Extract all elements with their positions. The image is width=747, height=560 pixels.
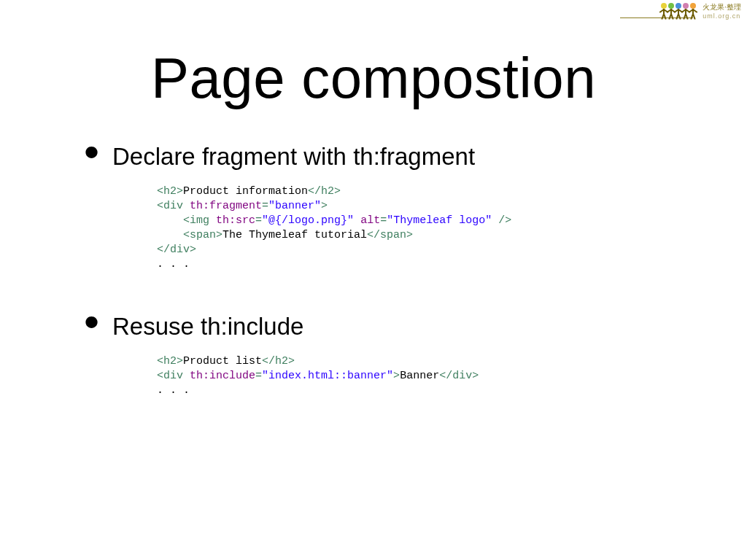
watermark-text-line2: uml.org.cn (703, 12, 741, 20)
code-block-2: <h2>Product list</h2> <div th:include="i… (157, 354, 667, 398)
bullet-list: • Declare fragment with th:fragment <h2>… (84, 142, 667, 427)
slide-title: Page compostion (0, 45, 747, 112)
bullet-item: • Declare fragment with th:fragment (84, 142, 667, 171)
bullet-text: Declare fragment with th:fragment (112, 142, 475, 171)
bullet-dot-icon: • (84, 138, 99, 167)
bullet-dot-icon: • (84, 308, 99, 337)
bullet-text: Resuse th:include (112, 312, 303, 341)
bullet-item: • Resuse th:include (84, 312, 667, 341)
code-block-1: <h2>Product information</h2> <div th:fra… (157, 184, 667, 272)
watermark: 火龙果·整理 uml.org.cn (662, 3, 741, 20)
watermark-text-line1: 火龙果·整理 (703, 3, 741, 12)
watermark-figures (662, 3, 698, 20)
